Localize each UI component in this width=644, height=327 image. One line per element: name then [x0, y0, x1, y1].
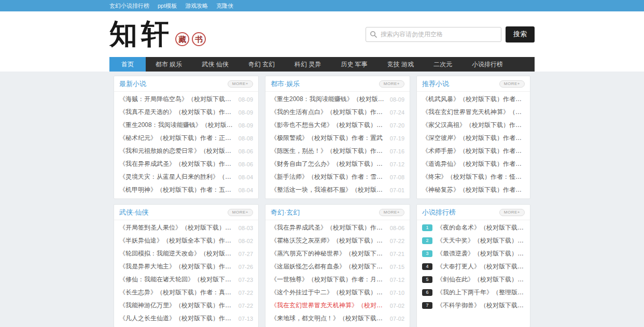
list-item: 4《大奉打更人》（校对版下载）作... [422, 260, 525, 273]
more-button[interactable]: MORE+ [499, 80, 525, 88]
search-area: 搜索 [366, 26, 535, 42]
panel-city: 都市·娱乐MORE+《重生2008：我阅读能赚钱》（校对版下载）...08-09… [265, 76, 410, 199]
novel-link[interactable]: 《我在异界成武圣》（校对版下载）作者：再... [271, 223, 387, 232]
novel-link[interactable]: 《影帝也不想当大佬》（校对版下载）作者：... [271, 121, 387, 130]
date-label: 08-09 [239, 109, 253, 116]
novel-link[interactable]: 《灵境天灾：从蓝星人归来的胜利》（校对版... [119, 173, 235, 181]
novel-link[interactable]: 《我的生活有点白》（校对版下载）作者：怀... [271, 108, 387, 117]
rank-badge: 2 [422, 237, 432, 244]
nav-item-wuxia[interactable]: 武侠 仙侠 [192, 57, 238, 72]
panel-list: 《开局签到圣人果位》（校对版下载）作者：...08-03《半妖异仙途》（校对版全… [114, 220, 258, 327]
topbar-link[interactable]: 克隆侠 [216, 2, 233, 10]
logo-seal-shu: 书 [192, 32, 206, 46]
novel-link[interactable]: 《修仙：我能在诸天轮回》（校对版下载）作... [119, 275, 235, 284]
list-item: 《整活这一块，我谁都不服》（校对版下载）...07-01 [271, 183, 404, 196]
more-button[interactable]: MORE+ [228, 209, 253, 216]
novel-link[interactable]: 《最强逆袭》（校对版下载）作者... [437, 249, 525, 258]
novel-link[interactable]: 《终宋》（校对版下载）作者：怪诞的表哥 [422, 173, 525, 181]
rank-badge: 4 [422, 263, 432, 270]
panel-title: 武侠·仙侠 [119, 208, 148, 217]
search-input[interactable] [366, 27, 501, 42]
novel-link[interactable]: 《这个外挂过于中二》（校对版下载）作者：... [271, 288, 387, 297]
date-label: 07-16 [390, 148, 404, 154]
nav-item-fantasy[interactable]: 奇幻 玄幻 [239, 57, 285, 72]
date-label: 07-21 [390, 251, 404, 257]
novel-link[interactable]: 《天天中奖》（校对版下载）作者... [437, 236, 525, 245]
novel-link[interactable]: 《新手法师》（校对版下载）作者：雪儿格格 [271, 173, 387, 181]
search-icon [370, 31, 377, 38]
panel-list: 《海贼：开局降临空岛》（校对版下载）作...08-09《我真不是天选的》（校对版… [114, 92, 258, 198]
list-item: 《家父汉高祖》（校对版下载）作者：历... [422, 119, 525, 132]
more-button[interactable]: MORE+ [228, 80, 253, 88]
novel-link[interactable]: 《凡人之长生仙道》（校对版下载）作者：三... [119, 314, 235, 323]
list-item: 《深空彼岸》（校对版下载）作者：辰东 [422, 132, 525, 145]
novel-link[interactable]: 《一世独尊》（校对版下载）作者：月如火 [271, 275, 387, 284]
nav-item-acg[interactable]: 二次元 [424, 57, 462, 72]
list-item: 《新手法师》（校对版下载）作者：雪儿格格07-08 [271, 170, 404, 183]
topbar-link[interactable]: 玄幻小说排行榜 [109, 2, 149, 10]
novel-link[interactable]: 《术师手册》（校对版下载）作者：听日 [422, 147, 525, 155]
novel-link[interactable]: 《我的上下两千年》（整理版下... [437, 288, 525, 297]
list-item: 《极限警戒》（校对版下载）作者：置武07-19 [271, 132, 404, 145]
date-label: 08-06 [239, 161, 253, 167]
more-button[interactable]: MORE+ [499, 209, 525, 216]
novel-link[interactable]: 《我是异界大地主》（校对版下载）作者：周... [119, 262, 235, 271]
list-item: 《海贼：开局降临空岛》（校对版下载）作...08-09 [119, 93, 253, 106]
novel-link[interactable]: 《我真不是天选的》（校对版下载）作者：番... [119, 108, 235, 117]
topbar: 玄幻小说排行榜ppt模板游戏攻略克隆侠 [0, 0, 644, 11]
date-label: 07-01 [390, 187, 404, 193]
novel-link[interactable]: 《我能神游亿万里》（校对版下载）作者：夜... [119, 301, 235, 310]
novel-link[interactable]: 《来地球，都文明点！》（校对版下载）作者... [271, 314, 387, 323]
novel-link[interactable]: 《重生2008：我阅读能赚钱》（校对版下载）... [119, 121, 235, 130]
list-item: 《我能神游亿万里》（校对版下载）作者：夜...07-22 [119, 299, 253, 312]
panel-title: 推荐小说 [422, 79, 449, 89]
novel-link[interactable]: 《家父汉高祖》（校对版下载）作者：历... [422, 121, 525, 130]
novel-link[interactable]: 《轮回模拟：我能逆天改命》（校对版下载）... [119, 249, 235, 258]
novel-link[interactable]: 《神秘复苏》（校对版下载）作者：佛前... [422, 186, 525, 194]
novel-link[interactable]: 《半妖异仙途》（校对版全本下载）作者：马... [119, 236, 235, 245]
list-item: 《机甲明神》（校对版下载）作者：五对轮08-04 [119, 183, 253, 196]
novel-link[interactable]: 《极限警戒》（校对版下载）作者：置武 [271, 134, 387, 143]
novel-link[interactable]: 《道诡异仙》（校对版下载）作者：狐尾 [422, 160, 525, 168]
novel-link[interactable]: 《不科学御兽》（校对版下载）作... [437, 301, 525, 310]
novel-link[interactable]: 《这届妖怪怎么都有血条》（校对版下载）作... [271, 262, 387, 271]
panel-header: 武侠·仙侠MORE+ [114, 205, 258, 220]
nav-item-rank[interactable]: 小说排行榜 [462, 57, 513, 72]
novel-link[interactable]: 《蒸汽朋克下的神秘世界》（校对版下载）作... [271, 249, 387, 258]
topbar-link[interactable]: 游戏攻略 [185, 2, 208, 10]
date-label: 08-09 [239, 96, 253, 103]
novel-link[interactable]: 《海贼：开局降临空岛》（校对版下载）作... [119, 95, 235, 104]
novel-link[interactable]: 《秘术纪元》（校对版下载）作者：正北方 [119, 134, 235, 143]
nav-item-home[interactable]: 首页 [109, 57, 146, 72]
novel-link[interactable]: 《重生2008：我阅读能赚钱》（校对版下载）... [271, 95, 387, 104]
topbar-link[interactable]: ppt模板 [158, 2, 177, 10]
novel-link[interactable]: 《剑仙在此》（校对版下载）作者... [437, 275, 525, 284]
novel-link[interactable]: 《夜的命名术》（校对版下载）作... [437, 223, 525, 232]
novel-link[interactable]: 《深空彼岸》（校对版下载）作者：辰东 [422, 134, 525, 143]
novel-link[interactable]: 《我和元祖敖娘的恋爱日常》（校对版下载）... [119, 147, 235, 155]
nav-item-game[interactable]: 竞技 游戏 [377, 57, 424, 72]
novel-link[interactable]: 《财务自由了怎么办》（校对版下载）作者：... [271, 160, 387, 168]
more-button[interactable]: MORE+ [379, 209, 404, 216]
date-label: 07-10 [390, 290, 404, 296]
list-item: 《来地球，都文明点！》（校对版下载）作者...07-02 [271, 312, 404, 325]
novel-link[interactable]: 《整活这一块，我谁都不服》（校对版下载）... [271, 186, 387, 194]
novel-link[interactable]: 《我在玄幻世界冒充天机神算》（校对... [422, 108, 525, 117]
novel-link[interactable]: 《陈医生，别怂！》（校对版下载）作者：手... [271, 147, 387, 155]
novel-link[interactable]: 《我在异界成武圣》（校对版下载）作者：再... [119, 160, 235, 168]
novel-link[interactable]: 《大奉打更人》（校对版下载）作... [437, 262, 525, 271]
nav-item-city[interactable]: 都市 娱乐 [146, 57, 192, 72]
site-logo[interactable]: 知轩 藏 书 [109, 21, 206, 47]
novel-link[interactable]: 《机甲明神》（校对版下载）作者：五对轮 [119, 186, 235, 194]
date-label: 07-27 [239, 251, 253, 257]
novel-link[interactable]: 《我在玄幻世界冒充天机神算》（校对版下... [271, 301, 387, 310]
nav-item-history[interactable]: 历史 军事 [331, 57, 377, 72]
novel-link[interactable]: 《机武风暴》（校对版下载）作者：蝴蝶... [422, 95, 525, 104]
search-button[interactable]: 搜索 [506, 26, 535, 42]
list-item: 《神秘复苏》（校对版下载）作者：佛前... [422, 183, 525, 196]
novel-link[interactable]: 《开局签到圣人果位》（校对版下载）作者：... [119, 223, 235, 232]
novel-link[interactable]: 《霍格沃茨之灰巫师》（校对版下载）作者：... [271, 236, 387, 245]
nav-item-scifi[interactable]: 科幻 灵异 [285, 57, 331, 72]
more-button[interactable]: MORE+ [379, 80, 404, 88]
novel-link[interactable]: 《长生志异》（校对版下载）作者：真愚老人 [119, 288, 235, 297]
